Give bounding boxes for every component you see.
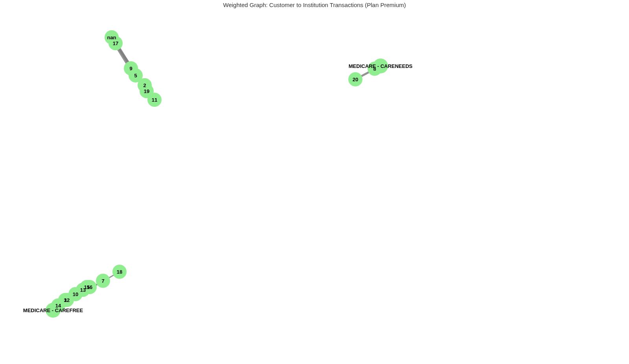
node-label: 3 — [64, 297, 66, 303]
node-label: MEDICARE - CARENEEDS — [349, 63, 413, 69]
node-label: 5 — [134, 73, 137, 79]
node-label: 2 — [143, 82, 146, 88]
node-label: 9 — [129, 66, 132, 71]
node-label: 11 — [152, 97, 157, 103]
node-label: 18 — [117, 269, 122, 275]
edge-layer — [0, 0, 629, 364]
node-label: nan — [107, 35, 116, 40]
node-label: 20 — [353, 77, 358, 82]
node-label: 19 — [144, 88, 149, 94]
node-label: 8 — [373, 66, 376, 72]
node-label: 10 — [73, 291, 78, 297]
node-label: 7 — [101, 278, 104, 284]
graph-container: Weighted Graph: Customer to Institution … — [0, 0, 629, 364]
node-label: MEDICARE - CAREFREE — [23, 307, 83, 313]
node-label: 17 — [113, 40, 118, 46]
chart-title: Weighted Graph: Customer to Institution … — [223, 2, 406, 8]
node-label: 13 — [80, 287, 86, 293]
